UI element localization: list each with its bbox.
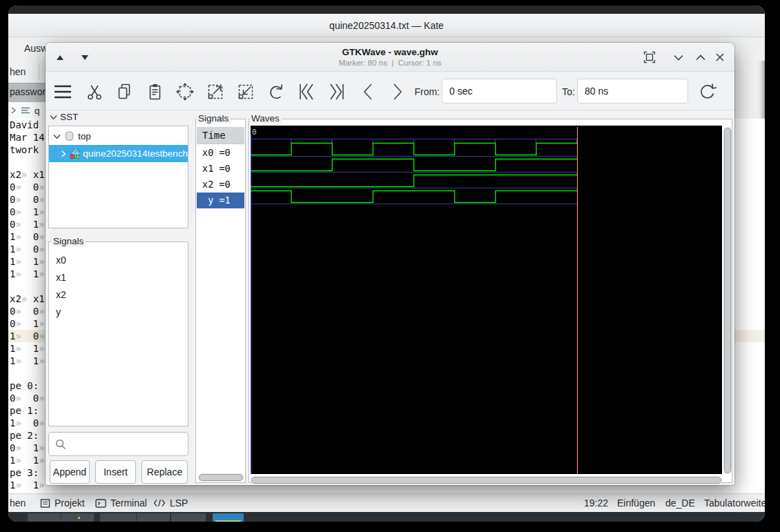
gtkwave-window-title: GTKWave - wave.ghw bbox=[46, 47, 734, 57]
from-label: From: bbox=[411, 86, 440, 97]
undo-button[interactable] bbox=[266, 81, 286, 102]
menu-button[interactable] bbox=[52, 81, 73, 102]
chevron-right-icon bbox=[391, 83, 404, 101]
replace-button[interactable]: Replace bbox=[142, 460, 188, 484]
wave-trace-x2 bbox=[251, 175, 577, 187]
database-icon bbox=[64, 131, 75, 141]
waves-vertical-scrollbar[interactable] bbox=[723, 127, 732, 474]
taskbar-item[interactable] bbox=[213, 513, 244, 522]
copy-button[interactable] bbox=[114, 81, 135, 102]
cut-button[interactable] bbox=[84, 81, 105, 102]
close-button[interactable] bbox=[712, 50, 728, 65]
waves-horizontal-scrollbar[interactable] bbox=[251, 476, 722, 484]
signal-row-x1[interactable]: x1 =0 bbox=[197, 161, 244, 177]
shift-left-button[interactable] bbox=[358, 81, 378, 102]
from-time-input[interactable] bbox=[442, 79, 557, 104]
sst-label: SST bbox=[60, 112, 78, 122]
document-list-icon bbox=[21, 106, 30, 115]
statusbar-projekt-toggle[interactable]: Projekt bbox=[40, 497, 85, 509]
tree-item-top[interactable]: top bbox=[49, 128, 188, 145]
waves-panel: 0 bbox=[248, 119, 732, 483]
module-globe-icon bbox=[70, 148, 79, 159]
tree-item-testbench[interactable]: quine20250314testbench bbox=[49, 145, 188, 162]
wave-trace-y bbox=[251, 191, 577, 203]
sst-signal-x1[interactable]: x1 bbox=[56, 269, 66, 286]
signals-frame-label: Signals bbox=[196, 113, 231, 124]
go-to-end-button[interactable] bbox=[326, 81, 347, 102]
statusbar-terminal-toggle[interactable]: Terminal bbox=[95, 497, 147, 509]
undo-arrow-icon bbox=[267, 83, 285, 101]
signal-row-x0[interactable]: x0 =0 bbox=[197, 145, 244, 161]
to-label: To: bbox=[560, 86, 575, 97]
expanded-chevron-icon bbox=[53, 134, 61, 139]
statusbar-search-fragment[interactable]: hen bbox=[10, 497, 26, 509]
gtkwave-window: GTKWave - wave.ghw Marker: 80 ns | Curso… bbox=[46, 43, 734, 485]
signal-row-y[interactable]: y =1 bbox=[197, 193, 244, 208]
sst-signals-list-box[interactable]: x0x1x2y bbox=[48, 242, 188, 426]
wave-trace-x0 bbox=[251, 144, 577, 155]
chevron-left-icon bbox=[362, 83, 374, 101]
taskbar-item[interactable] bbox=[137, 513, 170, 522]
reload-icon bbox=[698, 82, 717, 101]
taskbar-item[interactable] bbox=[171, 513, 206, 522]
taskbar-item[interactable] bbox=[28, 513, 61, 522]
breadcrumb-fragment: q bbox=[35, 106, 40, 116]
chevron-up-icon bbox=[696, 55, 705, 61]
chevron-down-icon bbox=[674, 55, 683, 61]
statusbar-tabwidth[interactable]: Tabulatorweite bbox=[704, 497, 765, 509]
code-icon bbox=[153, 498, 166, 508]
maximize-button[interactable] bbox=[693, 50, 708, 65]
shift-right-button[interactable] bbox=[387, 81, 408, 102]
taskbar-item[interactable] bbox=[100, 513, 136, 522]
insert-button[interactable]: Insert bbox=[95, 460, 136, 484]
terminal-icon bbox=[95, 498, 106, 509]
kate-titlebar[interactable]: quine20250314.txt — Kate bbox=[8, 14, 765, 37]
chevron-right-icon bbox=[10, 106, 17, 115]
gtkwave-titlebar[interactable]: GTKWave - wave.ghw Marker: 80 ns | Curso… bbox=[46, 43, 734, 72]
zoom-in-icon bbox=[206, 82, 225, 101]
kate-tab-fragment[interactable]: hen bbox=[10, 66, 26, 77]
fullscreen-button[interactable] bbox=[642, 50, 657, 65]
sst-signals-frame-label: Signals bbox=[51, 236, 86, 246]
waves-frame-label: Waves bbox=[249, 113, 282, 124]
signals-horizontal-scrollbar[interactable] bbox=[198, 473, 244, 482]
collapsed-chevron-icon bbox=[60, 150, 66, 158]
tree-item-testbench-label: quine20250314testbench bbox=[83, 148, 188, 159]
reload-button[interactable] bbox=[697, 81, 718, 102]
sst-signal-x0[interactable]: x0 bbox=[56, 252, 66, 269]
sst-signal-y[interactable]: y bbox=[56, 304, 66, 321]
search-icon bbox=[55, 439, 66, 450]
kate-tab-separator bbox=[39, 64, 39, 79]
sst-signal-x2[interactable]: x2 bbox=[56, 286, 66, 304]
append-button[interactable]: Append bbox=[50, 460, 90, 484]
waveform-canvas[interactable]: 0 bbox=[251, 126, 722, 474]
scissors-icon bbox=[86, 83, 103, 101]
statusbar-time: 19:22 bbox=[584, 497, 608, 509]
close-icon bbox=[716, 53, 724, 61]
go-to-start-button[interactable] bbox=[296, 81, 317, 102]
zoom-out-icon bbox=[236, 82, 255, 101]
sst-signal-list: x0x1x2y bbox=[56, 252, 66, 321]
time-column-header[interactable]: Time bbox=[197, 127, 244, 144]
minimize-button[interactable] bbox=[671, 50, 686, 65]
signal-row-x2[interactable]: x2 =0 bbox=[197, 177, 244, 193]
zoom-fit-button[interactable] bbox=[175, 81, 195, 102]
zoom-out-button[interactable] bbox=[235, 81, 256, 102]
kate-document-tab-label: passwor bbox=[10, 86, 46, 97]
svg-text:0: 0 bbox=[252, 128, 257, 137]
statusbar-insert-mode[interactable]: Einfügen bbox=[617, 497, 655, 509]
project-icon bbox=[40, 498, 50, 509]
wave-trace-x1 bbox=[251, 159, 577, 171]
zoom-in-button[interactable] bbox=[205, 81, 226, 102]
sst-tree: top quine20250314testbench bbox=[48, 126, 188, 228]
signal-search-box[interactable] bbox=[48, 432, 188, 456]
paste-button[interactable] bbox=[144, 81, 165, 102]
sst-panel-header[interactable]: SST bbox=[50, 112, 78, 122]
tree-item-top-label: top bbox=[78, 131, 91, 141]
to-time-input[interactable] bbox=[577, 79, 688, 104]
fullscreen-icon bbox=[643, 51, 656, 63]
statusbar-locale[interactable]: de_DE bbox=[665, 497, 695, 509]
statusbar-lsp-toggle[interactable]: LSP bbox=[153, 497, 188, 509]
taskbar-item[interactable] bbox=[61, 513, 94, 522]
kate-menu-item-auswahl[interactable]: Ausw bbox=[24, 43, 48, 54]
